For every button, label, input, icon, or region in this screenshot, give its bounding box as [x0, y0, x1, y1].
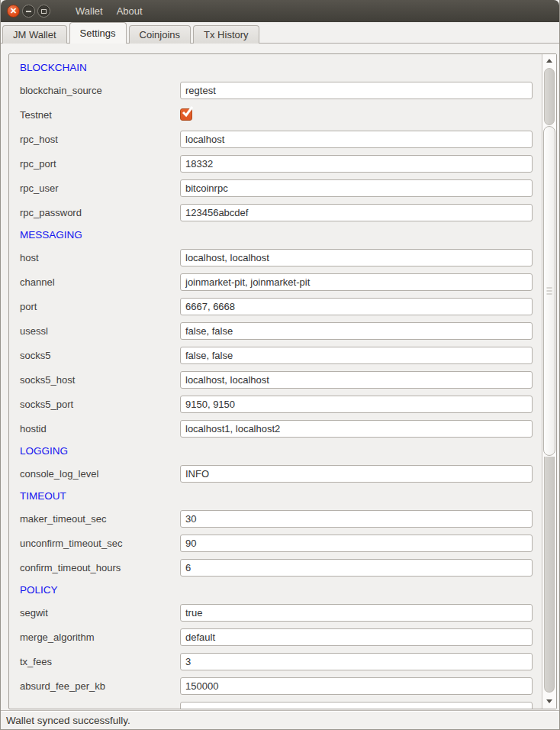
tab-coinjoins[interactable]: Coinjoins — [129, 25, 191, 44]
field-input-partial[interactable] — [180, 702, 533, 710]
field-input-usessl[interactable] — [180, 322, 533, 340]
settings-row: channel — [9, 270, 542, 294]
scroll-down-button[interactable] — [542, 693, 556, 709]
field-label: segwit — [20, 607, 180, 619]
settings-row: maker_timeout_sec — [9, 506, 542, 531]
field-label: rpc_port — [20, 158, 180, 170]
settings-row: hostid — [9, 416, 542, 441]
tab-settings[interactable]: Settings — [69, 22, 127, 44]
settings-row: rpc_port — [9, 151, 542, 176]
titlebar[interactable]: ✕ WalletAbout — [1, 0, 559, 22]
field-label: rpc_host — [20, 134, 180, 145]
settings-row: port — [9, 294, 542, 318]
settings-row: blockchain_source — [9, 78, 542, 102]
field-input-socks5-host[interactable] — [180, 371, 533, 389]
field-label: console_log_level — [20, 468, 180, 480]
settings-row: Testnet — [9, 102, 542, 127]
section-header-blockchain: BLOCKCHAIN — [9, 57, 542, 78]
field-label: absurd_fee_per_kb — [20, 680, 180, 692]
field-input-confirm-timeout-hours[interactable] — [180, 559, 533, 577]
minimize-button[interactable] — [22, 5, 35, 18]
settings-row: unconfirm_timeout_sec — [9, 531, 542, 555]
settings-row: socks5_port — [9, 392, 542, 416]
settings-row: rpc_password — [9, 200, 542, 224]
field-label: channel — [20, 276, 180, 288]
testnet-checkbox[interactable] — [180, 108, 192, 121]
settings-row — [9, 698, 542, 709]
settings-row: confirm_timeout_hours — [9, 555, 542, 580]
scrollbar-track-upper[interactable] — [544, 68, 555, 125]
field-input-socks5-port[interactable] — [180, 396, 533, 413]
field-input-absurd-fee-per-kb[interactable] — [180, 677, 533, 695]
field-label: port — [20, 301, 180, 312]
close-button[interactable]: ✕ — [7, 5, 20, 18]
field-input-rpc-password[interactable] — [180, 204, 533, 221]
close-icon: ✕ — [10, 7, 17, 15]
maximize-icon — [41, 9, 47, 14]
field-input-host[interactable] — [180, 249, 533, 266]
settings-row: segwit — [9, 600, 542, 625]
tab-bar: JM WalletSettingsCoinjoinsTx History — [1, 22, 559, 44]
field-label: socks5_port — [20, 399, 180, 410]
field-input-rpc-port[interactable] — [180, 155, 533, 173]
minimize-icon — [26, 11, 31, 12]
scrollbar-track-lower[interactable] — [544, 457, 555, 693]
scrollbar-thumb[interactable] — [543, 126, 555, 456]
field-input-blockchain-source[interactable] — [180, 82, 533, 99]
field-label: unconfirm_timeout_sec — [20, 538, 180, 549]
field-input-rpc-user[interactable] — [180, 179, 533, 197]
settings-row: tx_fees — [9, 649, 542, 673]
status-text: Wallet synced successfully. — [6, 715, 130, 726]
field-input-port[interactable] — [180, 298, 533, 315]
settings-row: absurd_fee_per_kb — [9, 673, 542, 698]
scroll-up-button[interactable] — [542, 54, 556, 67]
app-window: ✕ WalletAbout JM WalletSettingsCoinjoins… — [0, 0, 560, 730]
field-input-channel[interactable] — [180, 273, 533, 291]
field-label: rpc_password — [20, 207, 180, 218]
scrollbar-grip-icon — [547, 288, 552, 295]
field-input-rpc-host[interactable] — [180, 131, 533, 148]
menubar: WalletAbout — [69, 2, 150, 20]
settings-form: BLOCKCHAINblockchain_sourceTestnetrpc_ho… — [9, 54, 542, 709]
settings-row: socks5 — [9, 343, 542, 367]
field-input-socks5[interactable] — [180, 347, 533, 364]
menu-wallet[interactable]: Wallet — [69, 2, 110, 20]
field-label: confirm_timeout_hours — [20, 562, 180, 573]
section-header-messaging: MESSAGING — [9, 224, 542, 245]
field-label: socks5_host — [20, 374, 180, 386]
tab-jm-wallet[interactable]: JM Wallet — [2, 25, 67, 44]
settings-pane: BLOCKCHAINblockchain_sourceTestnetrpc_ho… — [1, 44, 559, 710]
settings-row: rpc_host — [9, 127, 542, 151]
settings-row: usessl — [9, 318, 542, 343]
settings-row: rpc_user — [9, 176, 542, 200]
maximize-button[interactable] — [37, 5, 50, 18]
field-label: socks5 — [20, 350, 180, 361]
field-label: rpc_user — [20, 182, 180, 194]
field-input-hostid[interactable] — [180, 420, 533, 438]
field-input-console-log-level[interactable] — [180, 465, 533, 483]
field-label: usessl — [20, 325, 180, 337]
field-input-segwit[interactable] — [180, 604, 533, 622]
settings-row: console_log_level — [9, 461, 542, 486]
window-controls: ✕ — [7, 5, 50, 18]
settings-row: merge_algorithm — [9, 625, 542, 649]
settings-row: host — [9, 245, 542, 270]
field-input-unconfirm-timeout-sec[interactable] — [180, 535, 533, 552]
tab-tx-history[interactable]: Tx History — [193, 25, 259, 44]
section-header-policy: POLICY — [9, 580, 542, 600]
field-input-tx-fees[interactable] — [180, 653, 533, 670]
field-label: host — [20, 252, 180, 263]
menu-about[interactable]: About — [110, 2, 150, 20]
section-header-timeout: TIMEOUT — [9, 486, 542, 506]
scroll-down-icon — [546, 699, 552, 703]
field-label: merge_algorithm — [20, 631, 180, 643]
settings-row: socks5_host — [9, 367, 542, 392]
settings-scroll-area: BLOCKCHAINblockchain_sourceTestnetrpc_ho… — [8, 53, 557, 709]
field-input-merge-algorithm[interactable] — [180, 628, 533, 646]
field-label: Testnet — [20, 109, 180, 121]
status-bar: Wallet synced successfully. — [1, 710, 559, 729]
vertical-scrollbar[interactable] — [542, 54, 556, 709]
scroll-up-icon — [546, 59, 552, 63]
field-input-maker-timeout-sec[interactable] — [180, 510, 533, 528]
field-label: blockchain_source — [20, 85, 180, 96]
